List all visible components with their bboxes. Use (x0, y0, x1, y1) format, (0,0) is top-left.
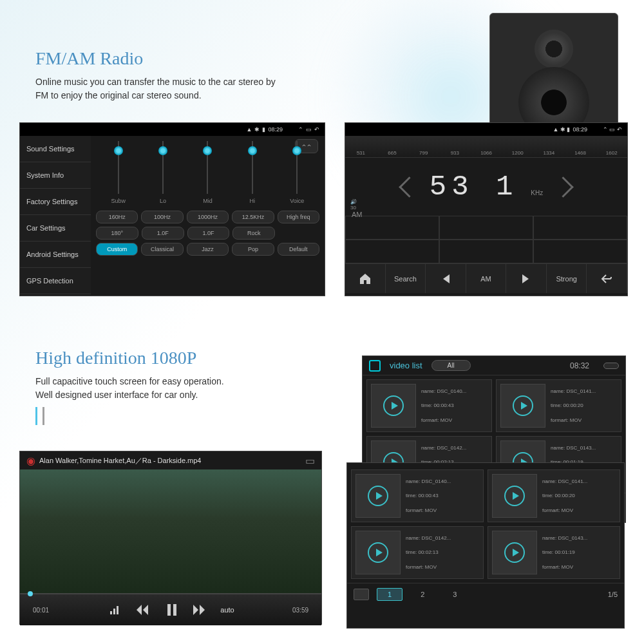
current-time: 00:01 (33, 607, 49, 614)
eq-slider-voice[interactable] (292, 146, 301, 155)
section2-desc: Full capacitive touch screen for easy op… (35, 375, 306, 402)
next-button[interactable] (506, 264, 547, 293)
eq-slider-hi[interactable] (248, 146, 257, 155)
am-button[interactable]: AM (466, 264, 507, 293)
pause-button[interactable] (164, 601, 180, 618)
svg-rect-3 (167, 604, 171, 616)
vl-time: 08:32 (570, 361, 589, 370)
nav-up-icon[interactable]: ⌃ (298, 126, 303, 133)
page-1[interactable]: 1 (377, 588, 402, 601)
battery-icon: ▮ (262, 126, 265, 133)
rewind-button[interactable] (135, 601, 152, 618)
video-item[interactable]: name: DSC_0141... time: 00:00:20 formart… (488, 469, 620, 522)
eq-slider-mid[interactable] (203, 146, 212, 155)
tune-up[interactable] (553, 176, 574, 198)
preset-4[interactable] (345, 240, 439, 263)
svg-rect-1 (113, 609, 115, 614)
video-thumbnail (355, 531, 401, 574)
video-duration: time: 00:01:19 (542, 549, 616, 555)
video-item[interactable]: name: DSC_0142... time: 00:02:13 formart… (351, 526, 484, 579)
folder-icon[interactable] (354, 589, 369, 600)
video-item[interactable]: name: DSC_0140... time: 00:00:43 formart… (366, 379, 492, 432)
eq-icon[interactable] (107, 601, 124, 618)
eq-100hz[interactable]: 100Hz (141, 211, 183, 223)
eq-160hz[interactable]: 160Hz (96, 211, 138, 223)
eq-1f-a[interactable]: 1.0F (142, 227, 184, 240)
video-duration: time: 00:02:13 (406, 549, 479, 555)
preset-6[interactable] (533, 240, 627, 263)
eq-custom[interactable]: Custom (96, 243, 138, 256)
volume-indicator: 🔊30 (350, 199, 357, 211)
sidebar-car-settings[interactable]: Car Settings (20, 215, 91, 242)
video-duration: time: 00:00:20 (542, 493, 616, 498)
preset-1[interactable] (345, 216, 439, 240)
section1-title: FM/AM Radio (35, 48, 280, 69)
preset-2[interactable] (439, 216, 533, 240)
sidebar-sound-settings[interactable]: Sound Settings (20, 136, 91, 162)
video-item[interactable]: name: DSC_0141... time: 00:00:20 formart… (496, 379, 621, 432)
video-name: name: DSC_0143... (542, 535, 616, 541)
frequency-display: 53 1 (430, 171, 518, 203)
statusbar-radio: ▲ ✱ ▮08:29 ⌃ ▭ ↶ (345, 123, 627, 136)
bt-icon: ✱ (254, 126, 260, 133)
sidebar-android-settings[interactable]: Android Settings (20, 242, 91, 268)
page-2[interactable]: 2 (410, 589, 435, 600)
preset-grid (345, 216, 627, 263)
video-format: formart: MOV (551, 417, 617, 423)
play-icon (504, 486, 525, 506)
nav-square-icon[interactable]: ▭ (306, 126, 312, 133)
prev-button[interactable] (426, 264, 466, 293)
eq-default[interactable]: Default (278, 243, 319, 256)
eq-12khz[interactable]: 12.5KHz (232, 211, 274, 223)
eq-pop[interactable]: Pop (232, 243, 274, 256)
filter-all[interactable]: All (431, 360, 471, 371)
video-item[interactable]: name: DSC_0143... time: 00:01:19 formart… (488, 526, 620, 579)
eq-rock[interactable]: Rock (232, 227, 275, 240)
preset-5[interactable] (439, 240, 533, 263)
eq-180[interactable]: 180° (96, 227, 138, 240)
sidebar-system-info[interactable]: System Info (20, 162, 91, 189)
radio-ruler[interactable]: 531 665 799 933 1066 1200 1334 1468 1602 (345, 136, 627, 158)
svg-rect-4 (173, 604, 176, 616)
eq-highfreq[interactable]: High freq (278, 211, 319, 223)
play-icon (513, 395, 533, 416)
strong-button[interactable]: Strong (547, 264, 587, 293)
progress-handle[interactable] (28, 591, 33, 596)
minimize-icon[interactable] (603, 363, 619, 369)
auto-button[interactable]: auto (220, 601, 234, 618)
preset-3[interactable] (533, 216, 627, 240)
minimize-button[interactable]: ▭ (305, 455, 315, 467)
video-format: formart: MOV (542, 564, 616, 570)
eq-1f-b[interactable]: 1.0F (187, 227, 230, 240)
sidebar-gps-detection[interactable]: GPS Detection (20, 268, 91, 294)
radio-panel: ▲ ✱ ▮08:29 ⌃ ▭ ↶ 531 665 799 933 1066 12… (345, 122, 628, 296)
video-format: formart: MOV (406, 507, 479, 513)
nav-back-icon[interactable]: ↶ (314, 126, 319, 133)
back-button[interactable] (587, 264, 627, 293)
search-button[interactable]: Search (386, 264, 426, 293)
video-item[interactable]: name: DSC_0140... time: 00:00:43 formart… (351, 469, 484, 522)
eq-slider-lo[interactable] (158, 146, 167, 155)
video-frame[interactable] (20, 469, 321, 594)
video-format: formart: MOV (542, 507, 616, 513)
eq-slider-subw[interactable] (114, 146, 123, 155)
eq-1000hz[interactable]: 1000Hz (187, 211, 229, 223)
play-icon (368, 542, 388, 563)
eq-jazz[interactable]: Jazz (187, 243, 229, 256)
tune-down[interactable] (399, 176, 420, 198)
freq-unit: KHz (531, 189, 543, 196)
sidebar-factory-settings[interactable]: Factory Settings (20, 189, 91, 215)
video-title: Alan Walker,Tomine Harket,Au／Ra - Darksi… (39, 456, 305, 466)
page-3[interactable]: 3 (442, 589, 467, 600)
video-thumbnail (492, 531, 537, 574)
video-duration: time: 00:00:20 (551, 402, 617, 408)
video-name: name: DSC_0140... (421, 388, 488, 394)
play-icon (504, 542, 525, 563)
home-button[interactable] (345, 264, 386, 293)
video-thumbnail (492, 474, 537, 518)
svg-rect-2 (117, 606, 118, 614)
divider-bar (35, 407, 44, 425)
eq-classical[interactable]: Classical (141, 243, 183, 256)
app-logo-icon (369, 360, 381, 372)
forward-button[interactable] (192, 601, 209, 618)
